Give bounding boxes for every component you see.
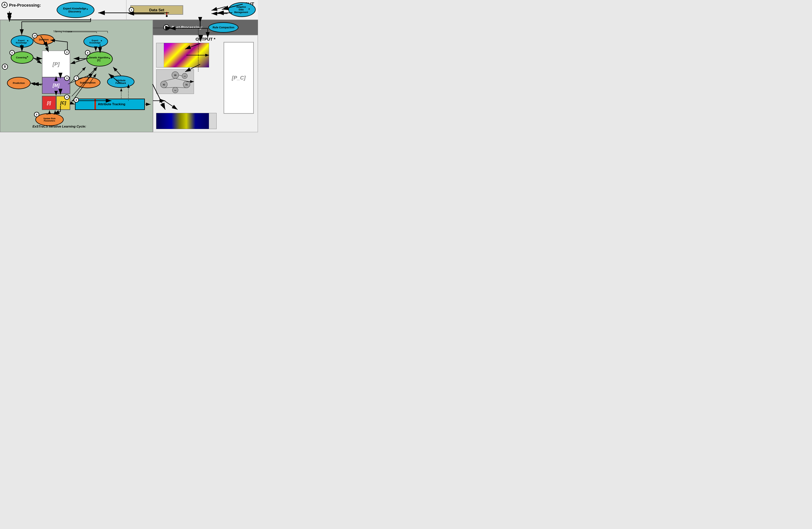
num-circle-6: 6 bbox=[34, 112, 39, 117]
preproc-label: Pre-Processing: bbox=[9, 3, 41, 8]
diagram-area: B Training Instance Expert Knowledge * E… bbox=[0, 20, 153, 132]
attribute-feedback-ellipse: Attribute Feedback bbox=[107, 75, 134, 88]
num-circle-9: 9 bbox=[85, 50, 90, 55]
svg-line-71 bbox=[87, 67, 97, 77]
update-rule-params-ellipse: Update Rule Parameters bbox=[35, 113, 64, 126]
network-graph: X0 X2 X4 X1 X3 bbox=[156, 69, 194, 94]
prediction-ellipse: Prediction bbox=[7, 77, 31, 89]
svg-text:X2: X2 bbox=[163, 84, 165, 86]
svg-line-55 bbox=[179, 75, 182, 76]
svg-line-52 bbox=[175, 78, 187, 81]
output-section: OUTPUT * [P_C] X0 X2 X4 X1 X3 bbox=[153, 35, 258, 132]
num-circle-8: 8 bbox=[74, 97, 79, 103]
main-container: A Pre-Processing: Expert Knowledge Disco… bbox=[0, 0, 258, 132]
adaptive-data-mgmt-ellipse: Adaptive Data Management * bbox=[228, 2, 256, 17]
expert-knowledge-left-ellipse: Expert Knowledge * bbox=[11, 35, 33, 48]
svg-line-76 bbox=[113, 67, 121, 75]
training-instance-label: Training Instance bbox=[53, 30, 72, 33]
input-section: INPUT Adaptive Data Management * Data Se… bbox=[127, 0, 258, 20]
genetic-algorithm-ellipse: Genetic Algorithm [C] * bbox=[86, 52, 113, 67]
num-circle-3: 3 bbox=[64, 75, 70, 81]
preproc-section: A Pre-Processing: Expert Knowledge Disco… bbox=[0, 0, 127, 20]
circle-b-label: B bbox=[2, 64, 8, 70]
rule-compaction-ellipse: Rule Compaction bbox=[208, 22, 238, 33]
exstracs-label: ExSTraCS Iterative Learning Cycle: bbox=[32, 125, 86, 128]
attr-tracking-redline bbox=[95, 99, 96, 110]
output-label: OUTPUT * bbox=[195, 37, 215, 42]
svg-text:X3: X3 bbox=[184, 75, 186, 77]
num-circle-1: 1 bbox=[129, 7, 134, 13]
svg-line-75 bbox=[71, 103, 75, 104]
svg-text:X0: X0 bbox=[174, 74, 177, 76]
circle-a-label: A bbox=[1, 2, 8, 8]
num-circle-7: 7 bbox=[74, 75, 79, 81]
svg-line-68 bbox=[31, 83, 42, 85]
circle-c-label: C bbox=[163, 24, 169, 30]
heatmap-bottom bbox=[156, 113, 217, 129]
expert-knowledge-mid-ellipse: Expert Knowledge * bbox=[84, 35, 108, 48]
svg-text:X1: X1 bbox=[186, 84, 188, 86]
attribute-tracking-bar: Attribute Tracking bbox=[75, 99, 145, 110]
expert-knowledge-discovery-ellipse: Expert Knowledge Discovery * bbox=[57, 2, 95, 18]
svg-line-79 bbox=[33, 58, 42, 64]
postproc-section: C Post-Processing: Rule Compaction bbox=[153, 20, 258, 35]
dataset-rectangle: Data Set bbox=[130, 5, 183, 15]
pc-box: [P_C] bbox=[223, 42, 254, 114]
svg-line-66 bbox=[71, 59, 86, 64]
svg-text:X4: X4 bbox=[174, 89, 176, 91]
num-circle-4: 4 bbox=[64, 95, 70, 100]
num-circle-10: 10 bbox=[32, 33, 38, 38]
svg-line-51 bbox=[164, 78, 175, 81]
svg-line-61 bbox=[33, 58, 42, 64]
i-box: [I] bbox=[42, 96, 56, 110]
num-circle-2: 2 bbox=[64, 49, 70, 55]
heatmap-top bbox=[156, 43, 209, 68]
postproc-label: Post-Processing: bbox=[172, 25, 203, 30]
num-circle-5: 5 bbox=[10, 50, 15, 55]
